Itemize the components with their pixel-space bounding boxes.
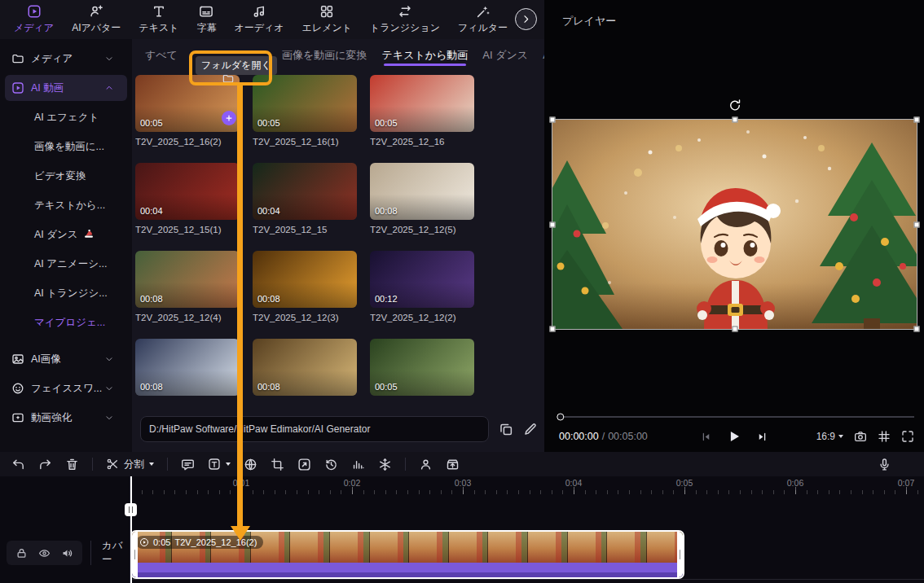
- media-tab-1[interactable]: すべて: [145, 39, 178, 72]
- player-video-preview[interactable]: [552, 120, 917, 329]
- snapshot-button[interactable]: [854, 430, 867, 443]
- cover-button[interactable]: カバー: [90, 541, 130, 565]
- selection-handle[interactable]: [550, 327, 556, 332]
- sidebar-item-ai-video[interactable]: AI 動画: [5, 75, 127, 101]
- sidebar-item-ai-animation[interactable]: AI アニメーシ...: [5, 251, 127, 277]
- sidebar-item-face-swap[interactable]: フェイススワ...: [5, 375, 127, 401]
- add-to-timeline-button[interactable]: [222, 111, 236, 125]
- selection-handle[interactable]: [732, 117, 737, 123]
- export-frame-button[interactable]: [297, 458, 311, 471]
- crop-button[interactable]: [271, 458, 284, 471]
- nav-item-transition[interactable]: トランジション: [361, 0, 449, 39]
- audio-levels-button[interactable]: [351, 458, 365, 471]
- video-duration: 00:05: [375, 382, 398, 392]
- nav-item-elements[interactable]: エレメント: [293, 0, 361, 39]
- import-media-button[interactable]: [446, 458, 460, 471]
- timeline-clip[interactable]: 0:05 T2V_2025_12_16(2): [130, 530, 684, 579]
- nav-item-text[interactable]: テキスト: [130, 0, 187, 39]
- video-card[interactable]: 00:05T2V_2025_12_16: [370, 75, 474, 153]
- video-card[interactable]: 00:08: [135, 339, 240, 401]
- video-card[interactable]: 00:08T2V_2025_12_12(5): [370, 163, 474, 241]
- grid-button[interactable]: [878, 430, 891, 443]
- timeline-ruler[interactable]: 0:010:020:030:040:050:060:07: [130, 476, 924, 494]
- video-card[interactable]: 00:05: [370, 339, 474, 401]
- step-forward-button[interactable]: [756, 431, 768, 443]
- player-time: 00:00:00/00:05:00: [559, 431, 648, 442]
- video-card[interactable]: 00:08: [253, 339, 357, 401]
- player-seek-bar[interactable]: [559, 416, 914, 418]
- history-button[interactable]: [324, 458, 338, 471]
- text-tool-button[interactable]: [208, 458, 231, 471]
- split-button[interactable]: 分割: [106, 458, 154, 471]
- record-voice-button[interactable]: [878, 458, 891, 471]
- sidebar-item-label: AI画像: [31, 353, 61, 366]
- nav-item-subtitle[interactable]: 字幕: [187, 0, 225, 39]
- selection-handle[interactable]: [550, 117, 556, 123]
- video-card[interactable]: 00:08T2V_2025_12_12(3): [253, 251, 357, 329]
- media-tab-4[interactable]: AI ダンス: [482, 39, 528, 72]
- track-header: カバー: [0, 476, 130, 583]
- toggle-visibility-icon[interactable]: [38, 547, 51, 559]
- avatar-tool-button[interactable]: [419, 458, 433, 471]
- sidebar-item-ai-transition[interactable]: AI トランジシ...: [5, 280, 127, 306]
- nav-item-audio[interactable]: オーディオ: [225, 0, 293, 39]
- freeze-frame-button[interactable]: [378, 458, 392, 471]
- copy-path-icon[interactable]: [499, 422, 513, 436]
- path-input[interactable]: D:/HitPaw Software/HitPaw Edimakor/AI Ge…: [140, 416, 489, 442]
- video-card[interactable]: 00:08T2V_2025_12_12(4): [135, 251, 240, 329]
- nav-item-label: トランジション: [370, 21, 440, 35]
- delete-button[interactable]: [65, 458, 79, 471]
- sidebar-item-ai-dance[interactable]: AI ダンス: [5, 221, 127, 248]
- sidebar-item-text-to-video[interactable]: テキストから...: [5, 192, 127, 218]
- translate-button[interactable]: [244, 458, 257, 471]
- sidebar-item-ai-image[interactable]: AI画像: [5, 346, 127, 372]
- selection-handle[interactable]: [914, 327, 920, 332]
- selection-handle[interactable]: [914, 221, 920, 227]
- aspect-ratio-button[interactable]: 16:9: [816, 431, 843, 442]
- playhead-grip[interactable]: [125, 503, 137, 516]
- play-button[interactable]: [727, 429, 741, 444]
- edit-path-icon[interactable]: [523, 422, 538, 436]
- sidebar-item-media[interactable]: メディア: [5, 46, 127, 72]
- video-name: T2V_2025_12_16(1): [253, 137, 357, 153]
- sidebar-item-video-convert[interactable]: ビデオ変換: [5, 163, 127, 189]
- video-card[interactable]: 00:05T2V_2025_12_16(2): [135, 75, 240, 153]
- sidebar-item-video-enhance[interactable]: 動画強化: [5, 405, 127, 431]
- selection-handle[interactable]: [732, 327, 737, 332]
- clip-trim-left-handle[interactable]: [132, 532, 138, 577]
- sidebar-item-label: 動画強化: [31, 411, 72, 425]
- play-square-icon: [11, 81, 24, 94]
- lock-track-icon[interactable]: [15, 547, 28, 559]
- redo-button[interactable]: [38, 458, 52, 471]
- video-card[interactable]: 00:04T2V_2025_12_15(1): [135, 163, 240, 241]
- media-tab-3[interactable]: テキストから動画: [382, 39, 469, 72]
- video-name: T2V_2025_12_12(4): [135, 313, 240, 329]
- video-thumbnail: 00:08: [135, 251, 240, 308]
- subtitle-tool-button[interactable]: [181, 458, 195, 471]
- sidebar-item-my-projects[interactable]: マイプロジェ...: [5, 309, 127, 335]
- sidebar-item-ai-effect[interactable]: AI エフェクト: [5, 104, 127, 130]
- playhead[interactable]: [130, 476, 132, 583]
- selection-handle[interactable]: [550, 221, 556, 227]
- clip-trim-right-handle[interactable]: [677, 532, 683, 577]
- media-tab-2[interactable]: 画像を動画に変換: [282, 39, 367, 72]
- fullscreen-button[interactable]: [901, 430, 914, 443]
- step-back-button[interactable]: [700, 431, 712, 443]
- rotate-handle-icon[interactable]: [728, 99, 741, 112]
- video-card[interactable]: 00:12T2V_2025_12_12(2): [370, 251, 474, 329]
- undo-button[interactable]: [11, 458, 25, 471]
- nav-item-ai-avatar[interactable]: AIアバター: [63, 0, 130, 39]
- video-thumbnail: 00:05: [370, 75, 474, 132]
- nav-more-button[interactable]: [515, 8, 537, 30]
- nav-item-filter[interactable]: フィルター: [449, 0, 517, 39]
- video-card[interactable]: 00:04T2V_2025_12_15: [253, 163, 357, 241]
- video-thumbnail: 00:05: [370, 339, 474, 396]
- mute-track-icon[interactable]: [61, 547, 73, 559]
- sidebar-item-image-to-video[interactable]: 画像を動画に...: [5, 134, 127, 160]
- seek-knob[interactable]: [557, 414, 564, 421]
- nav-item-media[interactable]: メディア: [5, 0, 63, 39]
- video-duration: 00:04: [140, 206, 163, 216]
- avatar-icon: [89, 4, 103, 19]
- video-card[interactable]: 00:05T2V_2025_12_16(1): [253, 75, 357, 153]
- selection-handle[interactable]: [914, 117, 920, 123]
